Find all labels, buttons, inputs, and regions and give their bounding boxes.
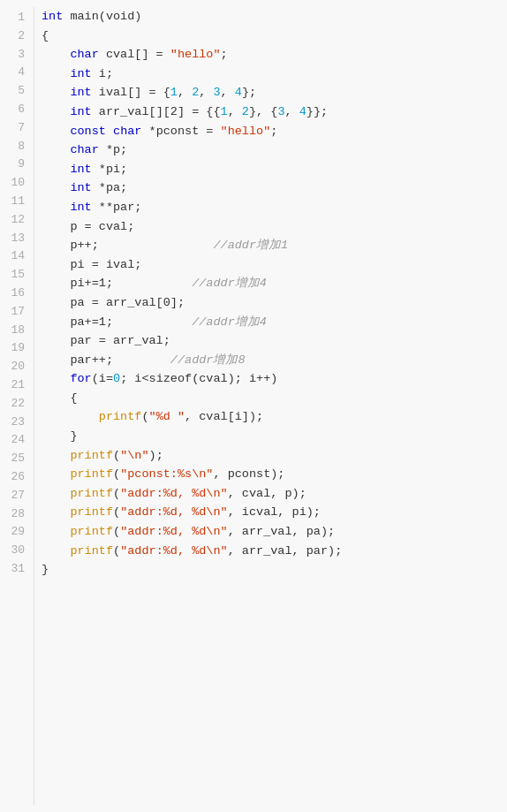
code-line: int *pi;	[42, 160, 507, 179]
fn-token: printf	[99, 410, 142, 423]
num-token: 0	[113, 372, 120, 385]
code-line: {	[42, 27, 507, 46]
line-number: 22	[0, 395, 25, 414]
plain-token	[42, 372, 70, 385]
plain-token: (	[141, 410, 148, 423]
code-line: }	[42, 427, 507, 446]
line-number: 27	[0, 487, 25, 505]
code-line: }	[42, 560, 507, 580]
plain-token: }	[42, 429, 78, 443]
code-line: p++; //addr增加1	[42, 236, 507, 255]
plain-token: ival[] = {	[92, 86, 170, 99]
code-line: char *p;	[42, 140, 507, 160]
plain-token: ,	[178, 86, 192, 99]
line-number: 15	[0, 266, 25, 285]
plain-token	[106, 125, 113, 138]
line-number: 8	[0, 138, 25, 156]
str-token: "addr:%d, %d\n"	[120, 544, 228, 558]
kw-token: char	[70, 48, 98, 61]
kw-token: int	[70, 163, 91, 176]
kw-token: char	[113, 125, 141, 138]
line-number: 3	[0, 46, 25, 65]
plain-token: }	[42, 563, 49, 576]
plain-token	[42, 487, 70, 500]
fn-token: printf	[70, 467, 113, 481]
plain-token	[42, 449, 70, 462]
code-line: int i;	[42, 65, 507, 84]
plain-token: , arr_val, par);	[228, 544, 343, 558]
plain-token: *pa;	[92, 181, 128, 194]
code-line: printf("\n");	[42, 446, 507, 466]
fn-token: printf	[70, 449, 113, 462]
kw-token: int	[70, 201, 91, 214]
plain-token: ;	[221, 48, 228, 61]
plain-token	[42, 86, 70, 99]
plain-token: ,	[284, 105, 299, 118]
plain-token: ;	[270, 125, 277, 138]
code-editor: 1234567891011121314151617181920212223242…	[0, 0, 507, 812]
line-number: 26	[0, 468, 25, 487]
line-number: 16	[0, 285, 25, 303]
code-content: int main(void){ char cval[] = "hello"; i…	[34, 7, 507, 805]
str-token: "pconst:%s\n"	[120, 467, 213, 481]
plain-token: {	[42, 391, 78, 405]
kw-token: int	[70, 105, 91, 118]
line-number: 10	[0, 174, 25, 193]
str-token: "addr:%d, %d\n"	[120, 505, 228, 519]
str-token: "\n"	[120, 449, 148, 462]
line-number: 25	[0, 450, 25, 468]
plain-token: ,	[199, 86, 213, 99]
plain-token: *pconst =	[141, 125, 220, 138]
plain-token: pa+=1;	[42, 315, 192, 329]
plain-token: pa = arr_val[0];	[42, 296, 185, 309]
plain-token: ; i<sizeof(cval); i++)	[120, 372, 277, 385]
fn-token: printf	[70, 544, 113, 558]
line-number: 1	[0, 9, 25, 27]
plain-token: (	[113, 487, 120, 500]
code-line: pi+=1; //addr增加4	[42, 274, 507, 293]
num-token: 4	[299, 105, 306, 118]
comment-token: //addr增加4	[192, 277, 267, 290]
plain-token: arr_val[][2] = {{	[92, 105, 221, 118]
plain-token: (	[113, 467, 120, 481]
plain-token	[42, 48, 70, 61]
plain-token: p++;	[42, 239, 213, 252]
code-line: pa = arr_val[0];	[42, 293, 507, 313]
plain-token: , cval[i]);	[185, 410, 263, 423]
plain-token	[42, 505, 70, 519]
plain-token: ,	[228, 105, 242, 118]
str-token: "hello"	[170, 48, 221, 61]
str-token: "addr:%d, %d\n"	[120, 487, 228, 500]
plain-token	[42, 467, 70, 481]
plain-token	[42, 544, 70, 558]
line-number: 17	[0, 303, 25, 322]
code-line: char cval[] = "hello";	[42, 45, 507, 65]
plain-token: , icval, pi);	[228, 505, 321, 519]
kw-token: char	[70, 143, 98, 156]
line-number: 31	[0, 560, 25, 579]
plain-token: , arr_val, pa);	[228, 525, 336, 538]
line-number: 5	[0, 82, 25, 101]
str-token: "addr:%d, %d\n"	[120, 525, 228, 538]
plain-token: }, {	[249, 105, 277, 118]
plain-token: i;	[92, 67, 113, 80]
code-line: int **par;	[42, 198, 507, 217]
plain-token: , cval, p);	[228, 487, 306, 500]
kw-token: const	[70, 125, 106, 138]
code-line: int *pa;	[42, 178, 507, 198]
line-number: 29	[0, 523, 25, 542]
plain-token: (i=	[92, 372, 113, 385]
line-number: 30	[0, 542, 25, 560]
plain-token: pi+=1;	[42, 277, 192, 290]
kw-token: int	[70, 181, 91, 194]
plain-token	[42, 105, 70, 118]
plain-token: (	[113, 544, 120, 558]
line-number: 23	[0, 414, 25, 432]
code-line: printf("addr:%d, %d\n", icval, pi);	[42, 503, 507, 522]
plain-token: par = arr_val;	[42, 334, 170, 347]
kw-token: int	[70, 67, 91, 80]
line-number: 18	[0, 322, 25, 340]
plain-token: }};	[306, 105, 335, 118]
num-token: 1	[221, 105, 228, 118]
line-number: 14	[0, 247, 25, 266]
